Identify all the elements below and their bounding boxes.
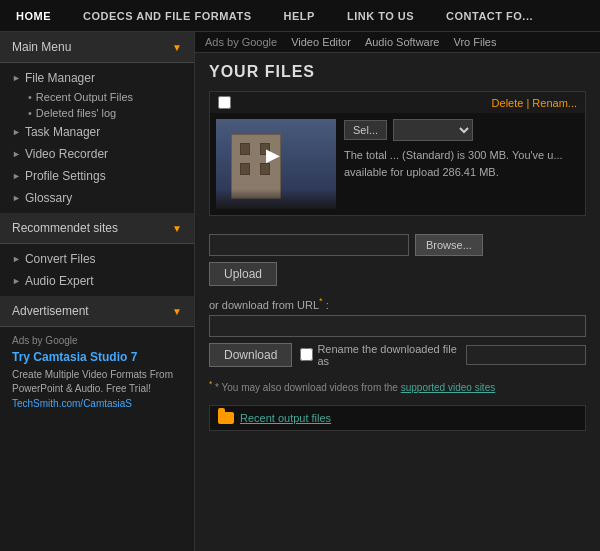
sidebar-item-convert-files[interactable]: ► Convert Files [0, 248, 194, 270]
nav-link-to-us[interactable]: LINK TO US [331, 0, 430, 31]
file-checkbox[interactable] [218, 96, 231, 109]
sidebar-ad-arrow: ▼ [172, 306, 182, 317]
thumb-crowd [216, 189, 336, 209]
note-required-mark: * [209, 379, 212, 389]
arrow-icon: ► [12, 193, 21, 203]
arrow-icon: ► [12, 254, 21, 264]
url-input[interactable] [209, 315, 586, 337]
rename-label: Rename the downloaded file as [300, 343, 458, 367]
sidebar-ad-content: Ads by Google Try Camtasia Studio 7 Crea… [0, 327, 194, 417]
thumb-cursor-icon: ▶ [266, 144, 280, 166]
arrow-icon: ► [12, 149, 21, 159]
file-actions[interactable]: Delete | Renam... [492, 97, 577, 109]
sidebar-sub-deleted-log[interactable]: Deleted files' log [0, 105, 194, 121]
folder-icon [218, 412, 234, 424]
ad-url[interactable]: TechSmith.com/CamtasiaS [12, 398, 182, 409]
sidebar-recommended-label: Recommendet sites [12, 221, 118, 235]
sidebar-main-menu-header[interactable]: Main Menu ▼ [0, 32, 194, 63]
upload-row: Browse... [209, 234, 586, 256]
sidebar-item-glossary[interactable]: ► Glossary [0, 187, 194, 209]
file-thumbnail: ▶ [216, 119, 336, 209]
nav-contact[interactable]: CONTACT FO... [430, 0, 549, 31]
sidebar-item-file-manager[interactable]: ► File Manager [0, 67, 194, 89]
url-label: or download from URL* : [209, 296, 586, 311]
sidebar-item-audio-expert[interactable]: ► Audio Expert [0, 270, 194, 292]
file-checkbox-label [218, 96, 231, 109]
sidebar-item-video-recorder[interactable]: ► Video Recorder [0, 143, 194, 165]
arrow-icon: ► [12, 127, 21, 137]
file-details: Sel... The total ... (Standard) is 300 M… [344, 119, 579, 209]
upload-btn[interactable]: Upload [209, 262, 277, 286]
ads-audio-software[interactable]: Audio Software [365, 36, 440, 48]
ads-video-editor[interactable]: Video Editor [291, 36, 351, 48]
sidebar-sub-recent-output[interactable]: Recent Output Files [0, 89, 194, 105]
sidebar-main-menu-arrow: ▼ [172, 42, 182, 53]
download-row: Download Rename the downloaded file as [209, 343, 586, 367]
upload-section: Browse... Upload [195, 234, 600, 296]
nav-help[interactable]: HELP [268, 0, 331, 31]
ads-vro-files[interactable]: Vro Files [454, 36, 497, 48]
arrow-icon: ► [12, 171, 21, 181]
arrow-icon: ► [12, 73, 21, 83]
arrow-icon: ► [12, 276, 21, 286]
window-3 [240, 163, 250, 175]
rename-checkbox[interactable] [300, 348, 313, 361]
page-title: YOUR FILES [209, 63, 586, 81]
file-row: Delete | Renam... [209, 91, 586, 216]
ads-top-label: Ads by Google [205, 36, 277, 48]
top-nav: HOME CODECS AND FILE FORMATS HELP LINK T… [0, 0, 600, 32]
browse-file-input[interactable] [209, 234, 409, 256]
file-select-row: Sel... [344, 119, 579, 141]
file-content: ▶ Sel... The total ... (Standard) is 300… [210, 113, 585, 215]
ads-by-google-label: Ads by Google [12, 335, 182, 346]
nav-codecs[interactable]: CODECS AND FILE FORMATS [67, 0, 268, 31]
thumb-bg: ▶ [216, 119, 336, 209]
layout: Main Menu ▼ ► File Manager Recent Output… [0, 32, 600, 551]
sidebar-item-task-manager[interactable]: ► Task Manager [0, 121, 194, 143]
sidebar-recommended-arrow: ▼ [172, 223, 182, 234]
sidebar-ad-label: Advertisement [12, 304, 89, 318]
sidebar-recommended-header[interactable]: Recommendet sites ▼ [0, 213, 194, 244]
url-section: or download from URL* : Download Rename … [195, 296, 600, 375]
rename-input[interactable] [466, 345, 586, 365]
file-info-text: The total ... (Standard) is 300 MB. You'… [344, 147, 579, 180]
supported-video-sites-link[interactable]: supported video sites [401, 382, 496, 393]
sidebar-main-menu: ► File Manager Recent Output Files Delet… [0, 63, 194, 213]
ad-desc: Create Multiple Video Formats From Power… [12, 368, 182, 396]
sidebar-main-menu-label: Main Menu [12, 40, 71, 54]
recent-output-files-link[interactable]: Recent output files [240, 412, 331, 424]
recent-files-bar: Recent output files [209, 405, 586, 431]
ad-title[interactable]: Try Camtasia Studio 7 [12, 350, 182, 366]
main-content: Ads by Google Video Editor Audio Softwar… [195, 32, 600, 551]
sidebar-item-profile-settings[interactable]: ► Profile Settings [0, 165, 194, 187]
format-select[interactable] [393, 119, 473, 141]
window-1 [240, 143, 250, 155]
files-section: YOUR FILES Delete | Renam... [195, 53, 600, 234]
file-row-header: Delete | Renam... [210, 92, 585, 113]
required-mark: * [319, 296, 323, 306]
download-btn[interactable]: Download [209, 343, 292, 367]
file-select-btn[interactable]: Sel... [344, 120, 387, 140]
sidebar-recommended-menu: ► Convert Files ► Audio Expert [0, 244, 194, 296]
nav-home[interactable]: HOME [0, 0, 67, 31]
sidebar-ad-header[interactable]: Advertisement ▼ [0, 296, 194, 327]
sidebar: Main Menu ▼ ► File Manager Recent Output… [0, 32, 195, 551]
ads-top-bar: Ads by Google Video Editor Audio Softwar… [195, 32, 600, 53]
browse-btn[interactable]: Browse... [415, 234, 483, 256]
note-text: * * You may also download videos from th… [195, 375, 600, 397]
